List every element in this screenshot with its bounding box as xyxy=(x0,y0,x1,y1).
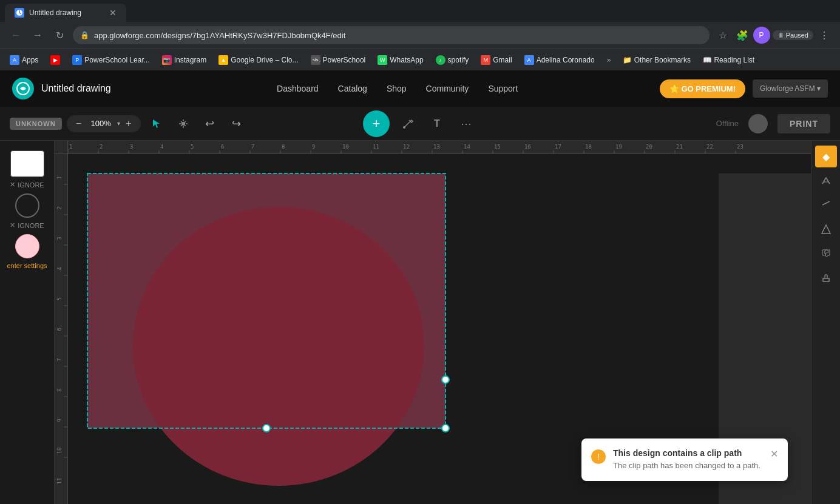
bookmark-other[interactable]: 📁 Other Bookmarks xyxy=(618,54,696,66)
white-circle-preview[interactable] xyxy=(15,193,39,218)
svg-text:2: 2 xyxy=(100,144,103,150)
workspace-selector[interactable]: Glowforge ASFM ▾ xyxy=(753,79,828,98)
redo-button[interactable]: ↪ xyxy=(226,113,248,135)
select-tool-button[interactable] xyxy=(146,113,168,135)
right-panel-puzzle-button[interactable] xyxy=(815,243,837,264)
svg-text:15: 15 xyxy=(494,144,501,150)
svg-text:4: 4 xyxy=(160,144,163,150)
address-bar[interactable]: 🔒 app.glowforge.com/designs/7bg1AYAHtRKy… xyxy=(73,26,710,44)
more-options-icon[interactable]: ⋮ xyxy=(816,27,833,44)
security-icon: 🔒 xyxy=(80,31,89,39)
svg-text:6: 6 xyxy=(56,328,63,331)
reading-list-label: 📖 Reading List xyxy=(703,56,754,64)
undo-button[interactable]: ↩ xyxy=(199,113,221,135)
bookmark-reading-list[interactable]: 📖 Reading List xyxy=(698,54,759,66)
extensions-icon[interactable]: 🧩 xyxy=(734,27,751,44)
nav-dashboard[interactable]: Dashboard xyxy=(277,84,319,93)
svg-text:10: 10 xyxy=(342,144,349,150)
zoom-in-button[interactable]: + xyxy=(123,118,135,130)
magic-tool-button[interactable] xyxy=(397,113,419,135)
nav-community[interactable]: Community xyxy=(426,84,469,93)
bookmark-gmail[interactable]: M Gmail xyxy=(476,53,517,67)
bookmark-google-drive[interactable]: ▲ Google Drive – Clo... xyxy=(214,53,303,67)
bookmark-star-icon[interactable]: ☆ xyxy=(714,27,731,44)
svg-text:18: 18 xyxy=(585,144,592,150)
nav-action-icons: ☆ 🧩 P ⏸ Paused ⋮ xyxy=(714,27,833,44)
bookmark-youtube[interactable]: ▶ xyxy=(46,53,65,67)
tab-title: Untitled drawing xyxy=(29,8,104,17)
powerschool-favicon: sis xyxy=(311,55,320,65)
canvas-content[interactable]: ! This design contains a clip path The c… xyxy=(81,167,811,504)
notification-warning-icon: ! xyxy=(591,449,606,464)
ignore-white-rect[interactable]: ✕ IGNORE xyxy=(10,181,44,189)
right-panel-diamond-button[interactable]: ◆ xyxy=(815,146,837,167)
bookmark-spotify[interactable]: ♪ spotify xyxy=(431,53,474,67)
youtube-favicon: ▶ xyxy=(50,55,60,65)
adelina-favicon: A xyxy=(524,55,534,65)
bookmark-adelina[interactable]: A Adelina Coronado xyxy=(520,53,600,67)
right-panel-engrave-button[interactable] xyxy=(815,170,837,192)
back-button[interactable]: ← xyxy=(7,27,24,44)
instagram-label: Instagram xyxy=(174,56,206,64)
main-layout: ✕ IGNORE ✕ IGNORE enter settings xyxy=(0,141,840,504)
svg-text:21: 21 xyxy=(676,144,683,150)
app-logo[interactable] xyxy=(12,78,34,99)
more-bookmarks-button[interactable]: » xyxy=(602,54,616,66)
ruler-left: 1 2 3 4 5 6 7 8 9 10 11 12 xyxy=(55,154,68,504)
unknown-badge: UNKNOWN xyxy=(10,118,62,130)
apps-favicon: A xyxy=(10,55,19,65)
print-button[interactable]: PRINT xyxy=(777,114,830,133)
bookmark-apps[interactable]: A Apps xyxy=(5,53,43,67)
gmail-favicon: M xyxy=(481,55,490,65)
profile-icon[interactable]: P xyxy=(753,27,770,44)
svg-point-82 xyxy=(442,376,449,383)
more-tools-button[interactable]: ⋯ xyxy=(455,113,477,135)
text-tool-button[interactable]: T xyxy=(426,113,448,135)
ignore-white-circle[interactable]: ✕ IGNORE xyxy=(10,221,44,229)
canvas-outer: 1 2 3 4 5 6 7 8 xyxy=(55,141,811,504)
add-design-button[interactable]: + xyxy=(363,110,390,137)
svg-text:22: 22 xyxy=(706,144,713,150)
paused-button[interactable]: ⏸ Paused xyxy=(773,30,813,40)
bookmark-instagram[interactable]: 📷 Instagram xyxy=(157,53,211,67)
forward-button[interactable]: → xyxy=(29,27,46,44)
svg-text:8: 8 xyxy=(282,144,285,150)
svg-text:8: 8 xyxy=(56,388,63,391)
toolbar-center: + T ⋯ xyxy=(363,110,477,137)
tab-close-button[interactable]: ✕ xyxy=(109,8,117,18)
svg-text:23: 23 xyxy=(737,144,743,150)
white-rect-preview[interactable] xyxy=(10,150,44,177)
pan-tool-button[interactable] xyxy=(172,113,194,135)
offline-status: Offline xyxy=(716,119,739,128)
notification-body: The clip path has been changed to a path… xyxy=(613,460,763,471)
right-panel-cut-button[interactable] xyxy=(815,218,837,240)
reload-button[interactable]: ↻ xyxy=(51,27,68,44)
active-tab[interactable]: Untitled drawing ✕ xyxy=(5,4,126,22)
zoom-out-button[interactable]: − xyxy=(73,118,85,130)
nav-shop[interactable]: Shop xyxy=(387,84,407,93)
bookmarks-bar: A Apps ▶ P PowerSchool Lear... 📷 Instagr… xyxy=(0,49,840,70)
glowforge-app: Untitled drawing Dashboard Catalog Shop … xyxy=(0,70,840,504)
premium-button[interactable]: ⭐ GO PREMIUM! xyxy=(660,79,745,98)
nav-support[interactable]: Support xyxy=(488,84,518,93)
enter-settings-link[interactable]: enter settings xyxy=(7,262,47,269)
google-drive-label: Google Drive – Clo... xyxy=(231,56,298,64)
pink-circle-preview[interactable] xyxy=(15,234,39,258)
svg-rect-85 xyxy=(823,278,829,281)
notification-close-button[interactable]: ✕ xyxy=(770,448,778,471)
tab-favicon xyxy=(15,8,24,18)
svg-text:19: 19 xyxy=(615,144,622,150)
bookmark-powerschool-learn[interactable]: P PowerSchool Lear... xyxy=(67,53,154,67)
user-avatar xyxy=(748,114,768,133)
svg-text:2: 2 xyxy=(56,206,63,209)
nav-catalog[interactable]: Catalog xyxy=(338,84,367,93)
bookmark-whatsapp[interactable]: W WhatsApp xyxy=(373,53,428,67)
svg-text:3: 3 xyxy=(56,237,63,240)
svg-text:9: 9 xyxy=(56,418,63,422)
spotify-favicon: ♪ xyxy=(436,55,445,65)
zoom-dropdown-icon[interactable]: ▾ xyxy=(117,120,120,127)
powerschool-learn-label: PowerSchool Lear... xyxy=(84,56,149,64)
right-panel-score-button[interactable] xyxy=(815,194,837,216)
right-panel-stamp-button[interactable] xyxy=(815,267,837,289)
bookmark-powerschool[interactable]: sis PowerSchool xyxy=(306,53,371,67)
